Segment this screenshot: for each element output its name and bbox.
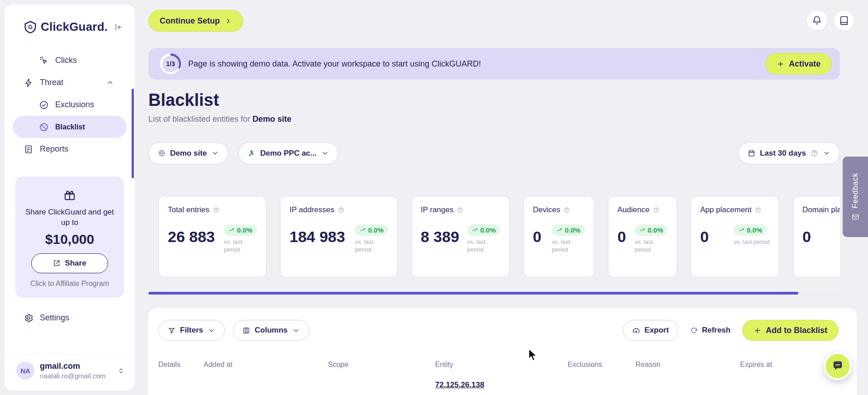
clickguard-logo-icon: G [24, 20, 37, 34]
stat-note: vs. last period [635, 238, 664, 254]
ppc-account-selector[interactable]: Demo PPC ac... [238, 142, 338, 164]
activate-label: Activate [789, 59, 821, 69]
plus-icon [777, 60, 784, 68]
filters-button[interactable]: Filters [158, 320, 225, 341]
share-button-label: Share [65, 259, 86, 268]
column-header-details[interactable]: Details [158, 361, 204, 369]
stat-card-domain-placement: Domain pla 0 0.0% vs. last per [793, 196, 840, 277]
stat-label: IP ranges [421, 205, 453, 214]
stat-value: 0 [802, 228, 811, 246]
chat-widget-button[interactable] [824, 352, 852, 380]
chevron-down-icon [211, 149, 219, 157]
notifications-button[interactable] [806, 10, 827, 31]
stat-value: 8 389 [421, 228, 459, 246]
columns-label: Columns [255, 326, 288, 335]
sidebar-item-label: Reports [40, 144, 68, 154]
columns-icon [242, 327, 250, 334]
sidebar-scrollbar[interactable] [132, 89, 134, 178]
banner-message: Page is showing demo data. Activate your… [188, 59, 481, 69]
entity-link[interactable]: 72.125.26.138 [435, 381, 568, 390]
account-switcher-icon[interactable] [117, 367, 125, 375]
sidebar-item-reports[interactable]: Reports [5, 138, 135, 160]
help-icon[interactable] [564, 207, 570, 213]
ppc-account-value: Demo PPC ac... [260, 149, 317, 158]
report-icon [24, 144, 33, 154]
help-icon[interactable] [457, 207, 463, 213]
export-button[interactable]: Export [623, 320, 678, 341]
trend-up-icon [738, 227, 745, 233]
stats-cards-row: Total entries 26 883 0.0% vs. last perio… [148, 196, 840, 277]
topbar: Continue Setup [148, 0, 868, 32]
sidebar-item-blacklist-active[interactable]: Blacklist [13, 116, 127, 138]
stat-change-badge: 0.0% [734, 224, 767, 236]
user-account[interactable]: NA gmail.com naatali.ro@gmail.com [5, 354, 135, 380]
upper-content: 1/3 Page is showing demo data. Activate … [148, 48, 840, 295]
settings-label: Settings [40, 313, 69, 323]
table-row: 72.125.26.138 [158, 381, 839, 390]
share-button[interactable]: Share [31, 253, 108, 273]
user-name: gmail.com [40, 362, 105, 371]
site-selector[interactable]: Demo site [148, 142, 228, 164]
chevron-up-icon[interactable] [106, 79, 114, 86]
stat-note: vs. last period [552, 238, 581, 254]
blacklist-table-card: Filters Columns Export [148, 308, 857, 395]
date-range-value: Last 30 days [760, 149, 806, 158]
sidebar-item-clicks[interactable]: Clicks [5, 49, 135, 71]
stat-change-badge: 0.0% [224, 224, 257, 236]
feedback-tab[interactable]: Feedback [843, 157, 868, 237]
setup-progress-step: 1/3 [162, 56, 179, 72]
chevron-down-icon [823, 149, 830, 157]
globe-icon [158, 149, 166, 157]
sidebar-item-label: Clicks [55, 56, 77, 65]
stat-label: Total entries [168, 205, 209, 214]
stat-label: Audience [617, 205, 650, 214]
activate-button[interactable]: Activate [765, 53, 832, 75]
affiliate-link[interactable]: Click to Affiliate Program [24, 280, 115, 288]
help-icon [811, 149, 818, 157]
sidebar-item-threat[interactable]: Threat [5, 71, 135, 94]
gift-icon [63, 188, 76, 202]
cursor-click-icon [39, 56, 49, 66]
gear-icon [24, 313, 33, 323]
stat-value: 0 [533, 228, 541, 246]
help-icon[interactable] [653, 207, 659, 213]
column-header-entity[interactable]: Entity [435, 361, 568, 369]
stat-change-badge: 0.0% [355, 224, 388, 236]
sidebar-item-exclusions[interactable]: Exclusions [5, 94, 135, 116]
stat-value: 26 883 [168, 228, 215, 246]
column-header-scope[interactable]: Scope [328, 361, 435, 369]
stat-label: Domain pla [802, 205, 840, 214]
refresh-button[interactable]: Refresh [690, 326, 730, 335]
column-header-exclusions[interactable]: Exclusions [568, 361, 636, 369]
help-icon[interactable] [213, 207, 219, 213]
export-label: Export [645, 326, 669, 335]
help-icon[interactable] [755, 207, 761, 213]
columns-button[interactable]: Columns [233, 320, 309, 341]
promo-text: Share ClickGuard and get up to [24, 207, 115, 228]
avatar: NA [16, 362, 34, 380]
logo-text: ClickGuard. [41, 20, 108, 34]
sidebar: G ClickGuard. Clicks Threat [5, 5, 135, 390]
sidebar-item-label: Blacklist [55, 123, 85, 131]
cards-scrollbar-thumb[interactable] [148, 292, 798, 295]
feedback-label: Feedback [851, 173, 860, 209]
page-subtitle-site: Demo site [252, 114, 291, 124]
setup-progress-ring: 1/3 [160, 53, 181, 74]
chevron-down-icon [321, 149, 329, 157]
stat-note: vs. last period [355, 238, 384, 254]
main-content: Continue Setup 1/3 Page is sh [148, 0, 868, 395]
help-icon[interactable] [338, 207, 344, 213]
stat-card-ip-addresses: IP addresses 184 983 0.0% vs. last perio… [280, 196, 398, 277]
external-link-icon [53, 259, 61, 267]
collapse-sidebar-icon[interactable] [113, 22, 123, 32]
column-header-added-at[interactable]: Added at [204, 361, 328, 369]
column-header-reason[interactable]: Reason [636, 361, 740, 369]
continue-setup-button[interactable]: Continue Setup [148, 10, 243, 32]
date-range-selector[interactable]: Last 30 days [738, 142, 840, 164]
calendar-icon [748, 149, 755, 157]
docs-button[interactable] [834, 10, 854, 31]
add-to-blacklist-button[interactable]: Add to Blacklist [742, 320, 839, 341]
sidebar-item-settings[interactable]: Settings [5, 313, 135, 323]
blocked-icon [39, 122, 49, 132]
topbar-actions [806, 10, 854, 31]
